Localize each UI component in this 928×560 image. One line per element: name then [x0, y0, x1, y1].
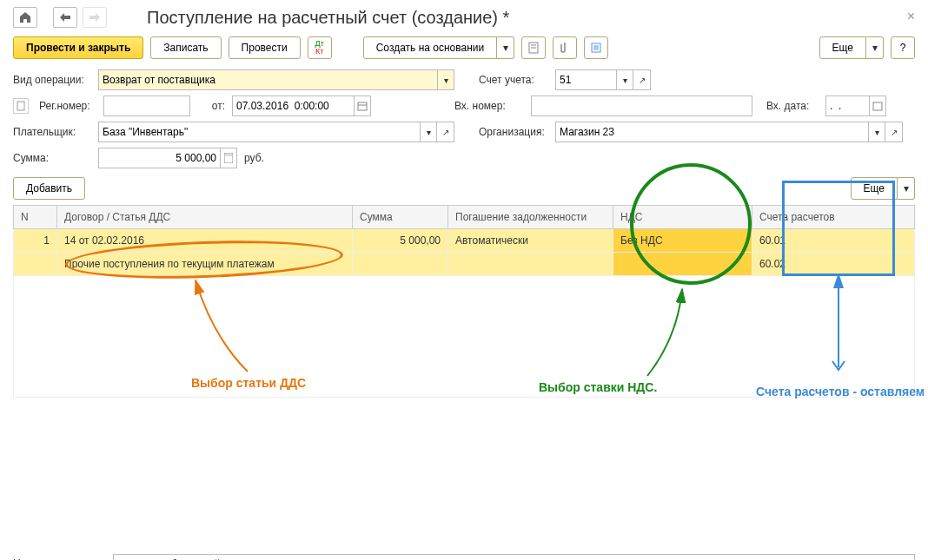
- cell-contract1[interactable]: 14 от 02.02.2016: [57, 229, 353, 253]
- payer-dropdown[interactable]: ▾: [420, 122, 437, 142]
- operation-type-input[interactable]: [98, 69, 437, 90]
- date-from-picker[interactable]: [354, 96, 371, 116]
- payer-input[interactable]: [98, 122, 420, 142]
- payer-label: Плательщик:: [13, 126, 91, 138]
- create-based-button[interactable]: Создать на основании: [363, 36, 498, 59]
- reg-num-label: Рег.номер:: [39, 100, 96, 112]
- col-vat: НДС: [613, 206, 752, 229]
- in-date-input[interactable]: [825, 96, 869, 116]
- cell-contract2[interactable]: Прочие поступления по текущим платежам: [57, 253, 353, 276]
- attach-icon-button[interactable]: [553, 36, 577, 59]
- cell-acc1[interactable]: 60.01: [752, 229, 915, 253]
- svg-rect-7: [17, 102, 24, 110]
- currency-label: руб.: [244, 152, 264, 164]
- post-and-close-button[interactable]: Провести и закрыть: [13, 36, 143, 59]
- account-open[interactable]: ↗: [633, 69, 651, 90]
- cell-vat[interactable]: Без НДС: [613, 229, 752, 253]
- cell-sum[interactable]: 5 000,00: [353, 229, 448, 253]
- list-icon-button[interactable]: [584, 36, 608, 59]
- col-accounts: Счета расчетов: [752, 206, 915, 229]
- close-icon[interactable]: ×: [907, 9, 915, 24]
- org-input[interactable]: [555, 122, 868, 142]
- cell-n: 1: [14, 229, 57, 253]
- sum-label: Сумма:: [13, 152, 91, 164]
- org-label: Организация:: [479, 126, 548, 138]
- cell-acc2[interactable]: 60.02: [752, 253, 915, 276]
- col-contract: Договор / Статья ДДС: [57, 206, 353, 229]
- doc-icon: [13, 98, 29, 114]
- home-button[interactable]: [13, 7, 37, 28]
- in-num-input[interactable]: [531, 96, 752, 116]
- account-label: Счет учета:: [479, 74, 548, 86]
- add-row-button[interactable]: Добавить: [13, 177, 85, 200]
- purpose-textarea[interactable]: Возврат дебиторской задолженности: [113, 554, 915, 560]
- post-button[interactable]: Провести: [229, 36, 301, 59]
- svg-rect-12: [225, 154, 232, 156]
- col-n: N: [14, 206, 57, 229]
- in-date-label: Вх. дата:: [766, 100, 819, 112]
- date-from-label: от:: [204, 100, 225, 112]
- forward-button[interactable]: [83, 7, 107, 28]
- in-date-picker[interactable]: [869, 96, 886, 116]
- cell-debt[interactable]: Автоматически: [448, 229, 613, 253]
- in-num-label: Вх. номер:: [454, 100, 524, 112]
- svg-rect-10: [873, 102, 882, 110]
- more-dropdown[interactable]: ▾: [866, 36, 884, 59]
- create-based-dropdown[interactable]: ▾: [497, 36, 514, 59]
- table-row[interactable]: 1 14 от 02.02.2016 5 000,00 Автоматическ…: [14, 229, 915, 253]
- back-button[interactable]: [53, 7, 77, 28]
- table-more-button[interactable]: Еще: [851, 177, 898, 200]
- col-debt: Погашение задолженности: [448, 206, 613, 229]
- save-button[interactable]: Записать: [150, 36, 221, 59]
- dt-kt-button[interactable]: ДтКт: [308, 36, 332, 59]
- more-button[interactable]: Еще: [819, 36, 866, 59]
- org-dropdown[interactable]: ▾: [868, 122, 885, 142]
- payment-breakdown-table[interactable]: N Договор / Статья ДДС Сумма Погашение з…: [13, 205, 915, 398]
- account-input[interactable]: [555, 69, 616, 90]
- file-icon-button[interactable]: [521, 36, 546, 59]
- reg-num-input[interactable]: [103, 96, 190, 116]
- purpose-label: Назначение платежа:: [13, 554, 106, 560]
- payer-open[interactable]: ↗: [437, 122, 454, 142]
- sum-calc[interactable]: [220, 148, 237, 168]
- sum-input[interactable]: [98, 148, 220, 168]
- account-dropdown[interactable]: ▾: [616, 69, 633, 90]
- page-title: Поступление на расчетный счет (создание)…: [147, 8, 509, 28]
- org-open[interactable]: ↗: [885, 122, 903, 142]
- table-more-dropdown[interactable]: ▾: [898, 177, 915, 200]
- col-sum: Сумма: [353, 206, 448, 229]
- operation-type-label: Вид операции:: [13, 74, 91, 86]
- date-from-input[interactable]: [232, 96, 354, 116]
- table-row[interactable]: Прочие поступления по текущим платежам 6…: [14, 253, 915, 276]
- help-button[interactable]: ?: [891, 36, 915, 59]
- operation-type-dropdown[interactable]: ▾: [437, 69, 454, 90]
- svg-rect-8: [358, 102, 367, 110]
